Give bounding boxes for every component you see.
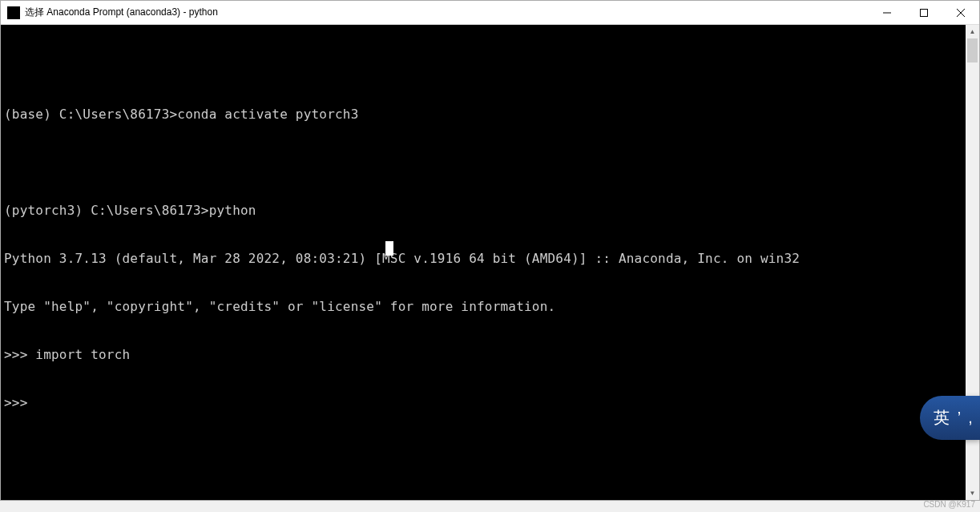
terminal-window: 选择 Anaconda Prompt (anaconda3) - python … <box>0 0 980 501</box>
svg-rect-1 <box>921 9 928 16</box>
terminal-line: Type "help", "copyright", "credits" or "… <box>4 299 976 315</box>
watermark-text: CSDN @K917 <box>923 500 975 509</box>
minimize-button[interactable] <box>869 1 905 24</box>
text-cursor <box>385 241 393 256</box>
maximize-button[interactable] <box>905 1 942 24</box>
ime-label: 英 ’ , <box>934 407 974 429</box>
terminal-line: (base) C:\Users\86173>conda activate pyt… <box>4 107 976 123</box>
terminal-line: (pytorch3) C:\Users\86173>python <box>4 203 976 219</box>
minimize-icon <box>883 9 891 17</box>
close-icon <box>957 9 965 17</box>
scrollbar-thumb[interactable] <box>967 38 978 62</box>
scroll-down-arrow-icon[interactable]: ▼ <box>966 486 979 500</box>
terminal-line <box>4 155 976 171</box>
window-controls <box>869 1 979 24</box>
titlebar[interactable]: 选择 Anaconda Prompt (anaconda3) - python <box>1 1 979 25</box>
terminal-line: Python 3.7.13 (default, Mar 28 2022, 08:… <box>4 251 976 267</box>
close-button[interactable] <box>942 1 979 24</box>
app-icon <box>7 6 20 19</box>
maximize-icon <box>920 9 928 17</box>
terminal-line: >>> import torch <box>4 347 976 363</box>
window-title: 选择 Anaconda Prompt (anaconda3) - python <box>25 6 869 19</box>
terminal-line <box>4 58 976 75</box>
terminal-line: >>> <box>4 395 976 411</box>
scroll-up-arrow-icon[interactable]: ▲ <box>966 25 979 38</box>
terminal-area[interactable]: (base) C:\Users\86173>conda activate pyt… <box>1 25 979 500</box>
ime-indicator[interactable]: 英 ’ , <box>920 396 980 440</box>
